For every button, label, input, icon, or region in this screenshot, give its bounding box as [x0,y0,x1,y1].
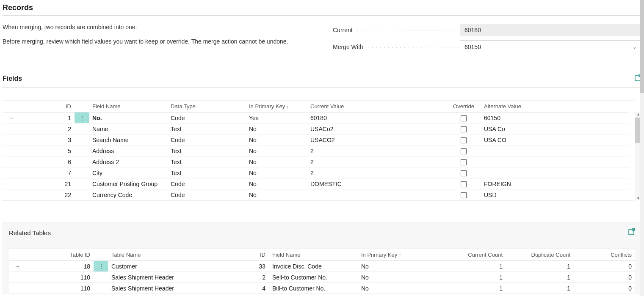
col-field-name[interactable]: Field Name [89,101,167,112]
cell-table-id: 110 [26,283,94,294]
override-checkbox[interactable] [461,126,467,132]
cell-current-value: 2 [307,145,447,156]
cell-field-name: Customer Posting Group [89,178,167,189]
cell-id: 6 [19,156,75,167]
instruction-line-2: Before merging, review which field value… [3,38,316,45]
row-indicator [3,156,19,167]
col-override[interactable]: Override [447,101,481,112]
cell-override[interactable] [447,123,481,134]
cell-id: 22 [19,189,75,200]
override-checkbox[interactable] [461,137,467,143]
scroll-up-icon[interactable]: ▴ [637,112,639,116]
cell-override[interactable] [447,145,481,156]
fields-header-row: ID Field Name Data Type In Primary Key ↑… [3,101,629,112]
row-menu[interactable] [94,283,108,294]
col-table-id[interactable]: Table ID [26,249,94,261]
table-row[interactable]: 110Sales Shipment Header2Sell-to Custome… [9,272,635,283]
cell-data-type: Text [167,145,246,156]
row-menu[interactable] [75,156,89,167]
page-scrollbar[interactable] [640,0,644,294]
cell-alternate-value: FOREIGN [481,178,629,189]
override-checkbox[interactable] [461,115,467,121]
instruction-line-1: When merging, two records are combined i… [3,24,316,30]
row-menu[interactable] [75,123,89,134]
cell-field-name: Search Name [89,134,167,145]
cell-table-name: Customer [108,261,243,272]
override-checkbox[interactable] [461,159,467,165]
table-row[interactable]: 5AddressTextNo2 [3,145,629,156]
table-row[interactable]: →1⋮No.CodeYes6018060150 [3,112,629,123]
col-current-count[interactable]: Current Count [442,249,506,261]
col-field-name[interactable]: Field Name [269,249,358,261]
override-checkbox[interactable] [461,192,467,198]
cell-in-primary-key: No [246,145,307,156]
table-row[interactable]: 21Customer Posting GroupCodeNoDOMESTICFO… [3,178,629,189]
table-row[interactable]: 3Search NameCodeNoUSACO2USA CO [3,134,629,145]
cell-override[interactable] [447,167,481,178]
cell-data-type: Text [167,156,246,167]
row-menu[interactable] [94,272,108,283]
table-row[interactable]: 2NameTextNoUSACo2USA Co [3,123,629,134]
sort-asc-icon: ↑ [399,252,401,258]
row-indicator [3,189,19,200]
expand-icon[interactable] [628,228,635,237]
row-menu[interactable]: ⋮ [75,112,89,123]
cell-field-name: Address [89,145,167,156]
col-current-value[interactable]: Current Value [307,101,447,112]
col-table-name[interactable]: Table Name [108,249,243,261]
col-conflicts[interactable]: Conflicts [574,249,635,261]
col-in-primary-key[interactable]: In Primary Key ↑ [246,101,307,112]
cell-data-type: Code [167,178,246,189]
scroll-down-icon[interactable]: ▾ [637,196,639,200]
table-row[interactable]: 6Address 2TextNo2 [3,156,629,167]
row-menu[interactable]: ⋮ [94,261,108,272]
table-row[interactable]: 22Currency CodeCodeNoUSD [3,189,629,200]
cell-data-type: Code [167,134,246,145]
cell-id: 1 [19,112,75,123]
table-row[interactable]: →18⋮Customer33Invoice Disc. CodeNo110 [9,261,635,272]
cell-in-primary-key: No [246,123,307,134]
merge-with-value: 60150 [464,44,481,50]
sort-asc-icon: ↑ [287,104,289,109]
col-data-type[interactable]: Data Type [167,101,246,112]
cell-duplicate-count: 1 [506,283,574,294]
cell-override[interactable] [447,189,481,200]
cell-in-primary-key: No [246,156,307,167]
cell-field-name: City [89,167,167,178]
table-row[interactable]: 110Sales Shipment Header4Bill-to Custome… [9,283,635,294]
cell-override[interactable] [447,178,481,189]
cell-id: 2 [19,123,75,134]
cell-override[interactable] [447,134,481,145]
cell-field-name: Sell-to Customer No. [269,272,358,283]
cell-current-value: 2 [307,167,447,178]
col-in-primary-key[interactable]: In Primary Key ↑ [358,249,442,261]
row-indicator [3,134,19,145]
cell-conflicts: 0 [574,283,635,294]
cell-in-primary-key: No [246,189,307,200]
row-menu[interactable] [75,189,89,200]
col-duplicate-count[interactable]: Duplicate Count [506,249,574,261]
row-indicator [9,272,26,283]
cell-override[interactable] [447,156,481,167]
row-menu[interactable] [75,178,89,189]
col-id[interactable]: ID [19,101,75,112]
row-menu[interactable] [75,134,89,145]
override-checkbox[interactable] [461,148,467,154]
cell-field-name: Invoice Disc. Code [269,261,358,272]
row-indicator [3,145,19,156]
col-alternate-value[interactable]: Alternate Value [481,101,629,112]
merge-with-dropdown[interactable]: 60150 ⌄ [460,41,641,53]
fields-grid: ID Field Name Data Type In Primary Key ↑… [3,100,635,201]
table-row[interactable]: 7CityTextNo2 [3,167,629,178]
page-scroll-thumb[interactable] [640,0,644,93]
more-icon: ⋮ [79,115,85,121]
row-menu[interactable] [75,145,89,156]
override-checkbox[interactable] [461,181,467,187]
cell-id: 33 [243,261,269,272]
col-id[interactable]: ID [243,249,269,261]
override-checkbox[interactable] [461,170,467,176]
cell-override[interactable] [447,112,481,123]
cell-current-count: 1 [442,272,506,283]
row-menu[interactable] [75,167,89,178]
cell-alternate-value: USA Co [481,123,629,134]
